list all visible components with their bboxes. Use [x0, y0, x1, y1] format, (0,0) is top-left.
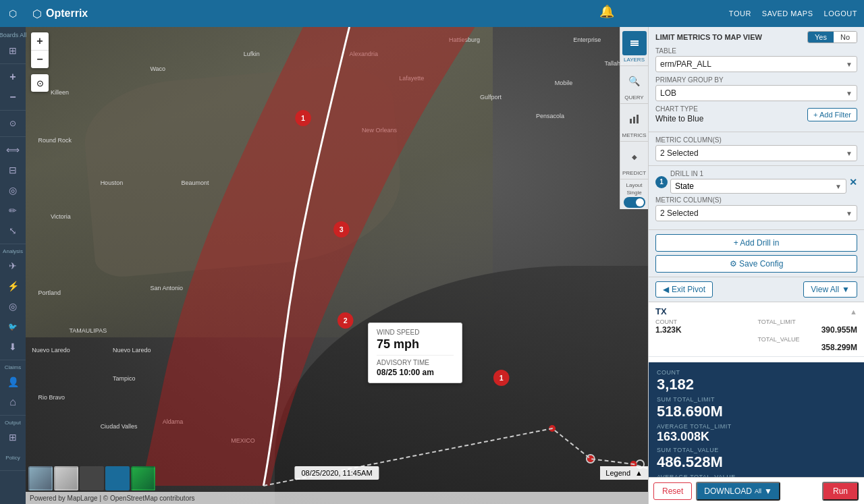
app-logo-icon: ⬡: [32, 7, 42, 20]
primary-group-value: LOB: [660, 88, 676, 98]
exit-view-row: ◀ Exit Pivot View All ▼: [649, 277, 864, 302]
crosshair-btn[interactable]: ◎: [2, 297, 24, 316]
metrics-tool-btn[interactable]: [622, 107, 647, 131]
twitter-btn[interactable]: 🐦: [2, 317, 24, 336]
map-thumb-4[interactable]: [105, 466, 130, 491]
tx-expand-icon[interactable]: ▲: [850, 308, 857, 316]
map-thumb-2[interactable]: [54, 466, 78, 491]
total-count-label: COUNT: [657, 369, 856, 376]
circle-tool-btn[interactable]: ◎: [2, 181, 24, 200]
tx-total-limit-value: 390.955M: [758, 325, 858, 335]
zoom-controls: + −: [31, 32, 49, 68]
layers-tool-group: LAYERS: [620, 30, 648, 66]
avg-total-limit-value: 163.008K: [657, 430, 856, 444]
pen-tool-btn[interactable]: ✏: [2, 201, 24, 220]
table-value: erm/PAR_ALL: [660, 59, 711, 69]
download-sub-label: All: [755, 488, 761, 495]
metrics-tool-group: METRICS: [620, 105, 648, 142]
svg-rect-1: [630, 43, 639, 44]
pan-tool-btn[interactable]: ⟺: [2, 140, 24, 159]
download-sidebar-btn[interactable]: ⬇: [2, 337, 24, 356]
run-btn[interactable]: Run: [822, 482, 859, 501]
left-sidebar: ⬡ Boards All ⊞ + − ⊙ ⟺ ⊟ ◎ ✏ ⤡: [0, 0, 26, 504]
move-tool-btn[interactable]: ⤡: [2, 221, 24, 240]
map-zoom-out-btn[interactable]: −: [31, 51, 49, 68]
map-thumb-1[interactable]: [28, 466, 53, 491]
tour-btn[interactable]: TOUR: [729, 9, 751, 18]
reset-btn[interactable]: Reset: [653, 482, 692, 500]
download-btn[interactable]: DOWNLOAD All ▼: [696, 482, 780, 501]
wind-speed-value: 75 mph: [377, 337, 454, 352]
metric-columns-label: METRIC COLUMN(S): [655, 136, 857, 144]
plane-btn[interactable]: ✈: [2, 256, 24, 275]
exit-pivot-label: Exit Pivot: [672, 285, 705, 294]
date-stamp: 08/25/2020, 11:45AM: [294, 466, 379, 480]
table-select[interactable]: erm/PAR_ALL ▼: [655, 56, 857, 72]
yes-btn[interactable]: Yes: [808, 32, 834, 43]
zoom-out-btn[interactable]: −: [2, 88, 24, 107]
drill-metric-select[interactable]: 2 Selected ▼: [655, 205, 857, 221]
total-count-value: 3,182: [657, 376, 856, 393]
logo-icon: ⬡: [9, 8, 17, 19]
layout-toggle[interactable]: [624, 197, 645, 208]
legend-expand-icon: ▲: [635, 469, 643, 477]
drill-1-select[interactable]: State ▼: [670, 179, 846, 194]
query-tool-btn[interactable]: 🔍: [622, 69, 647, 93]
limit-metrics-row: LIMIT METRICS TO MAP VIEW Yes No: [655, 31, 857, 43]
claims-home-btn[interactable]: ⌂: [2, 393, 24, 412]
primary-group-label: PRIMARY GROUP BY: [655, 76, 857, 84]
view-all-dropdown-icon: ▼: [842, 285, 850, 294]
la-card: LA ▲ COUNT 470 TOTAL_LIMIT 77.618M: [649, 357, 864, 362]
tx-total-value-value: 358.299M: [758, 343, 858, 352]
right-panel: LIMIT METRICS TO MAP VIEW Yes No TABLE e…: [648, 27, 864, 504]
date-stamp-text: 08/25/2020, 11:45AM: [301, 469, 372, 477]
locate-btn[interactable]: ⊙: [2, 114, 24, 133]
grid-view-btn[interactable]: ⊞: [2, 41, 24, 60]
map-attribution: Powered by MapLarge | © OpenStreetMap co…: [26, 492, 648, 504]
map-area[interactable]: Waco Killeen Round Rock Houston Victoria…: [26, 27, 648, 504]
add-filter-label: Add Filter: [819, 111, 851, 119]
add-drill-btn[interactable]: + Add Drill in: [655, 234, 857, 252]
map-canvas[interactable]: Waco Killeen Round Rock Houston Victoria…: [26, 27, 648, 504]
city-aldama: Aldama: [163, 418, 184, 425]
la-card-header: LA ▲: [655, 361, 857, 362]
map-locate-btn[interactable]: ⊙: [31, 74, 49, 92]
drill-1-remove-btn[interactable]: ✕: [849, 177, 857, 188]
saved-maps-btn[interactable]: SAVED MAPS: [762, 9, 813, 18]
legend[interactable]: Legend ▲: [600, 466, 648, 480]
primary-group-select[interactable]: LOB ▼: [655, 85, 857, 101]
map-zoom-in-btn[interactable]: +: [31, 32, 49, 50]
table-label: TABLE: [655, 47, 857, 55]
view-all-btn[interactable]: View All ▼: [803, 281, 857, 298]
add-filter-btn[interactable]: Add Filter: [807, 108, 857, 121]
city-tampico: Tampico: [113, 375, 136, 382]
predict-tool-btn[interactable]: ◆: [622, 144, 647, 169]
logout-btn[interactable]: LOGOUT: [824, 9, 857, 18]
output-grid-btn[interactable]: ⊞: [2, 428, 24, 447]
city-rio-bravo: Rio Bravo: [38, 394, 65, 401]
advisory-time-value: 08/25 10:00 am: [377, 368, 454, 377]
predict-tool-group: ◆ PREDICT: [620, 143, 648, 179]
la-expand-icon[interactable]: ▲: [850, 362, 857, 363]
metrics-section: METRIC COLUMN(S) 2 Selected ▼: [649, 132, 864, 166]
no-btn[interactable]: No: [834, 32, 857, 43]
total-count-row: COUNT 3,182: [657, 369, 856, 393]
map-thumb-3[interactable]: [80, 466, 104, 491]
save-config-btn[interactable]: ⚙ Save Config: [655, 255, 857, 273]
claims-person-btn[interactable]: 👤: [2, 372, 24, 391]
tx-state-label: TX: [655, 306, 667, 316]
layers-tool-btn[interactable]: [622, 31, 647, 55]
drill-1-row: 1 DRILL IN 1 State ▼ ✕: [655, 170, 857, 194]
map-thumb-5[interactable]: [131, 466, 155, 491]
alert-icon[interactable]: 🔔: [599, 4, 614, 19]
tx-card: TX ▲ COUNT 1.323K TOTAL_LIMIT 390.955M: [649, 302, 864, 357]
legend-label: Legend: [605, 469, 630, 477]
zoom-in-btn[interactable]: +: [2, 67, 24, 86]
city-mobile: Mobile: [555, 80, 573, 86]
logo-bar[interactable]: ⬡: [0, 0, 26, 27]
lightning-btn[interactable]: ⚡: [2, 277, 24, 296]
metric-columns-select[interactable]: 2 Selected ▼: [655, 145, 857, 161]
exit-pivot-btn[interactable]: ◀ Exit Pivot: [655, 281, 713, 298]
tx-count-value: 1.323K: [655, 325, 755, 335]
layers-tool-btn[interactable]: ⊟: [2, 161, 24, 179]
